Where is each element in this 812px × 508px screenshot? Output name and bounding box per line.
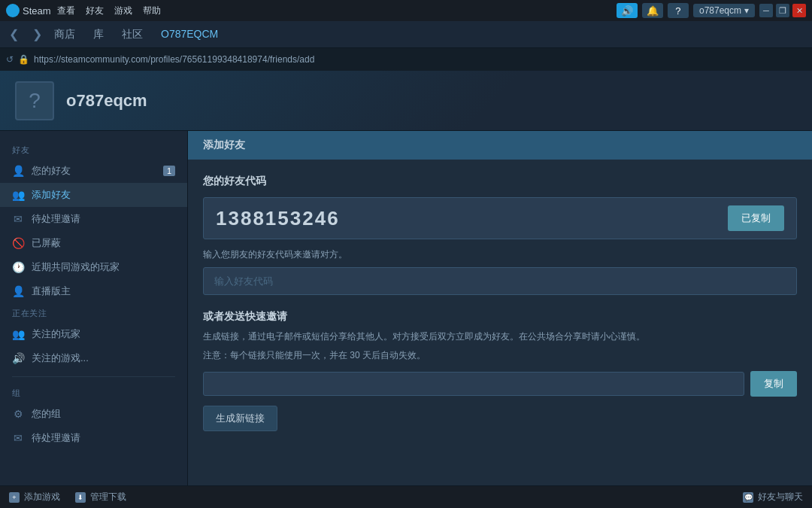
restore-button[interactable]: ❐	[776, 4, 789, 17]
sidebar-label-following-games: 关注的游戏...	[32, 351, 89, 365]
app-name: Steam	[23, 5, 51, 17]
panel-header: 添加好友	[188, 131, 812, 160]
sidebar-item-group-invites[interactable]: ✉ 待处理邀请	[0, 426, 187, 450]
friends-icon: 👤	[12, 165, 24, 177]
copy-code-button[interactable]: 已复制	[728, 205, 784, 231]
window-controls: ─ ❐ ✕	[759, 4, 806, 17]
sidebar-label-group-invites: 待处理邀请	[32, 431, 80, 445]
generate-link-button[interactable]: 生成新链接	[203, 406, 277, 431]
help-button[interactable]: ?	[668, 3, 689, 18]
tab-store[interactable]: 商店	[53, 25, 77, 44]
sidebar: 好友 👤 您的好友 1 👥 添加好友 ✉ 待处理邀请 🚫 已屏蔽 🕐 近期共同游…	[0, 131, 188, 485]
sidebar-section-groups: 组	[0, 383, 187, 402]
invite-link-row: 复制	[203, 371, 797, 397]
menu-games[interactable]: 游戏	[114, 5, 132, 17]
sidebar-item-pending-invites[interactable]: ✉ 待处理邀请	[0, 207, 187, 231]
avatar-placeholder: ?	[29, 89, 41, 113]
quick-invite-desc: 生成链接，通过电子邮件或短信分享给其他人。对方接受后双方立即成为好友。在公共场合…	[203, 330, 797, 343]
sidebar-item-add-friends[interactable]: 👥 添加好友	[0, 183, 187, 207]
manage-downloads-btn[interactable]: ⬇ 管理下载	[75, 491, 126, 503]
chevron-down-icon: ▾	[744, 5, 749, 16]
add-game-btn[interactable]: + 添加游戏	[9, 491, 60, 503]
forward-button[interactable]: ❯	[29, 26, 45, 43]
sidebar-label-pending: 待处理邀请	[32, 212, 80, 226]
minimize-button[interactable]: ─	[759, 4, 773, 17]
friend-code-value: 1388153246	[216, 207, 340, 230]
invite-link-input[interactable]	[203, 372, 744, 396]
add-friends-icon: 👥	[12, 189, 24, 201]
notification-button[interactable]: 🔔	[642, 3, 663, 18]
sidebar-item-your-friends[interactable]: 👤 您的好友 1	[0, 159, 187, 183]
bottombar: + 添加游戏 ⬇ 管理下载 💬 好友与聊天	[0, 485, 812, 508]
blocked-icon: 🚫	[12, 237, 24, 249]
tab-community[interactable]: 社区	[120, 25, 144, 44]
friends-badge: 1	[163, 166, 175, 176]
lock-icon: 🔒	[18, 54, 29, 65]
recent-icon: 🕐	[12, 261, 24, 273]
add-game-label: 添加游戏	[24, 491, 60, 503]
sidebar-label-recent: 近期共同游戏的玩家	[32, 260, 120, 274]
panel-body: 您的好友代码 1388153246 已复制 输入您朋友的好友代码来邀请对方。 或…	[188, 160, 812, 446]
menu-view[interactable]: 查看	[57, 5, 75, 17]
pending-icon: ✉	[12, 213, 24, 225]
user-badge[interactable]: o787eqcm ▾	[693, 4, 755, 17]
titlebar-right: 🔊 🔔 ? o787eqcm ▾ ─ ❐ ✕	[617, 3, 806, 18]
sidebar-item-blocked[interactable]: 🚫 已屏蔽	[0, 231, 187, 255]
sidebar-item-your-groups[interactable]: ⚙ 您的组	[0, 402, 187, 426]
titlebar: Steam 查看 好友 游戏 帮助 🔊 🔔 ? o787eqcm ▾ ─ ❐ ✕	[0, 0, 812, 21]
steam-logo: Steam	[6, 4, 51, 17]
input-hint: 输入您朋友的好友代码来邀请对方。	[203, 248, 797, 261]
sidebar-item-recent-players[interactable]: 🕐 近期共同游戏的玩家	[0, 255, 187, 279]
main-layout: 好友 👤 您的好友 1 👥 添加好友 ✉ 待处理邀请 🚫 已屏蔽 🕐 近期共同游…	[0, 131, 812, 485]
following-games-icon: 🔊	[12, 352, 24, 364]
titlebar-left: Steam 查看 好友 游戏 帮助	[6, 4, 161, 17]
address-bar[interactable]	[34, 54, 806, 65]
copy-link-button[interactable]: 复制	[750, 371, 797, 397]
sidebar-label-your-groups: 您的组	[32, 407, 61, 421]
friend-code-title: 您的好友代码	[203, 175, 797, 188]
profile-username: o787eqcm	[66, 91, 147, 111]
titlebar-menu: 查看 好友 游戏 帮助	[57, 5, 161, 17]
sidebar-label-add-friends: 添加好友	[32, 188, 71, 202]
menu-friends[interactable]: 好友	[86, 5, 104, 17]
quick-invite-title: 或者发送快速邀请	[203, 310, 797, 324]
manage-downloads-label: 管理下载	[90, 491, 126, 503]
groups-icon: ⚙	[12, 408, 24, 420]
sidebar-item-streamers[interactable]: 👤 直播版主	[0, 279, 187, 303]
addrbar: ↺ 🔒	[0, 48, 812, 71]
quick-invite-note: 注意：每个链接只能使用一次，并在 30 天后自动失效。	[203, 349, 797, 362]
reload-icon[interactable]: ↺	[6, 54, 14, 65]
tab-library[interactable]: 库	[92, 25, 105, 44]
streamers-icon: 👤	[12, 285, 24, 297]
tab-profile[interactable]: O787EQCM	[159, 25, 220, 44]
friend-code-box: 1388153246 已复制	[203, 197, 797, 239]
sidebar-section-following: 正在关注	[0, 303, 187, 322]
group-invites-icon: ✉	[12, 432, 24, 444]
sidebar-label-streamers: 直播版主	[32, 284, 71, 298]
steam-icon	[6, 4, 20, 17]
chat-icon: 💬	[743, 492, 753, 503]
speaker-button[interactable]: 🔊	[617, 3, 638, 18]
sidebar-divider	[12, 376, 175, 377]
friends-chat-label: 好友与聊天	[758, 491, 803, 503]
user-label: o787eqcm	[699, 5, 741, 16]
content-area: 添加好友 您的好友代码 1388153246 已复制 输入您朋友的好友代码来邀请…	[188, 131, 812, 485]
download-icon: ⬇	[75, 492, 86, 503]
menu-help[interactable]: 帮助	[143, 5, 161, 17]
sidebar-section-friends: 好友	[0, 140, 187, 159]
back-button[interactable]: ❮	[6, 26, 22, 43]
close-button[interactable]: ✕	[792, 4, 806, 17]
friends-chat-btn[interactable]: 💬 好友与聊天	[743, 491, 803, 503]
sidebar-item-following-players[interactable]: 👥 关注的玩家	[0, 322, 187, 346]
nav-tabs: 商店 库 社区 O787EQCM	[53, 25, 220, 44]
navbar: ❮ ❯ 商店 库 社区 O787EQCM	[0, 21, 812, 48]
friend-code-input[interactable]	[203, 267, 797, 295]
sidebar-label-your-friends: 您的好友	[32, 164, 71, 178]
following-players-icon: 👥	[12, 328, 24, 340]
sidebar-label-following-players: 关注的玩家	[32, 327, 80, 341]
avatar: ?	[15, 81, 54, 120]
sidebar-label-blocked: 已屏蔽	[32, 236, 61, 250]
add-game-icon: +	[9, 492, 20, 503]
profile-header: ? o787eqcm	[0, 71, 812, 131]
sidebar-item-following-games[interactable]: 🔊 关注的游戏...	[0, 346, 187, 370]
